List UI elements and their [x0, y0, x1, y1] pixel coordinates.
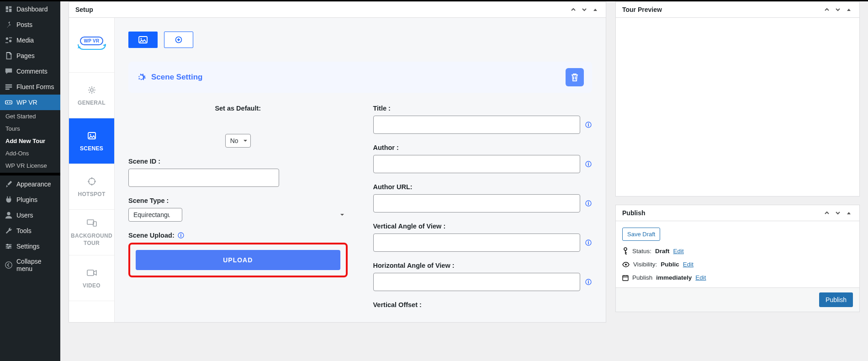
field-scene-upload: Scene Upload: UPLOAD [128, 232, 348, 277]
field-haov: Horizontal Angle of View : [373, 262, 593, 291]
vtab-general[interactable]: GENERAL [69, 73, 114, 118]
svg-point-32 [624, 248, 627, 250]
delete-scene-button[interactable] [566, 68, 584, 86]
collapse-panel-icon[interactable] [845, 209, 853, 217]
sidebar-sub-license[interactable]: WP VR License [0, 159, 60, 172]
sidebar-item-label: Pages [16, 52, 35, 59]
sidebar-item-label: Plugins [16, 196, 37, 203]
vtab-bgtour[interactable]: BACKGROUND TOUR [69, 210, 114, 255]
gear-icon [137, 73, 146, 82]
sidebar-item-appearance[interactable]: Appearance [0, 176, 60, 192]
sidebar-item-plugins[interactable]: Plugins [0, 192, 60, 207]
svg-point-13 [9, 245, 11, 247]
field-author-url: Author URL: [373, 183, 593, 212]
sidebar-sub-addnewtour[interactable]: Add New Tour [0, 135, 60, 147]
scene-tab-current[interactable] [128, 32, 158, 48]
gear-icon [87, 85, 97, 95]
sidebar-item-comments[interactable]: Comments [0, 64, 60, 79]
info-icon[interactable] [585, 278, 592, 286]
sidebar-item-tools[interactable]: Tools [0, 223, 60, 239]
panel-header-preview: Tour Preview [616, 2, 859, 18]
info-icon[interactable] [177, 232, 185, 239]
save-draft-button[interactable]: Save Draft [622, 228, 660, 241]
info-icon[interactable] [585, 239, 592, 246]
sidebar-item-fluentforms[interactable]: Fluent Forms [0, 79, 60, 95]
calendar-icon [622, 275, 629, 281]
input-haov[interactable] [373, 273, 581, 291]
label-author: Author : [373, 144, 593, 151]
video-icon [87, 268, 97, 278]
input-author[interactable] [373, 155, 581, 173]
sidebar-item-wpvr[interactable]: WP VR [0, 95, 60, 110]
image-icon [138, 36, 148, 43]
schedule-value: immediately [656, 274, 692, 281]
visibility-edit-link[interactable]: Edit [683, 261, 693, 268]
status-edit-link[interactable]: Edit [673, 248, 684, 255]
sidebar-sub-getstarted[interactable]: Get Started [0, 110, 60, 122]
vtab-label: SCENES [80, 145, 103, 152]
admin-sidebar: Dashboard Posts Media Pages Comments Flu… [0, 1, 60, 361]
crosshair-icon [87, 176, 97, 186]
label-title: Title : [373, 105, 593, 112]
info-icon[interactable] [585, 200, 592, 207]
vtab-video[interactable]: VIDEO [69, 255, 114, 301]
scene-setting-title: Scene Setting [151, 73, 202, 82]
svg-point-33 [625, 264, 627, 265]
label-set-default: Set as Default: [215, 105, 261, 112]
pages-icon [5, 52, 13, 60]
chevron-up-icon[interactable] [823, 209, 831, 217]
vr-icon [5, 98, 13, 106]
visibility-value: Public [661, 261, 679, 268]
svg-rect-2 [5, 85, 12, 86]
logo-text: WP VR [80, 37, 103, 45]
sidebar-sub-addons[interactable]: Add-Ons [0, 147, 60, 159]
svg-rect-4 [5, 89, 10, 90]
collapse-panel-icon[interactable] [591, 5, 599, 14]
input-vaov[interactable] [373, 234, 581, 252]
sidebar-item-users[interactable]: Users [0, 207, 60, 223]
chevron-up-icon[interactable] [569, 5, 577, 14]
svg-point-1 [9, 40, 11, 42]
sidebar-item-settings[interactable]: Settings [0, 239, 60, 254]
vtab-scenes[interactable]: SCENES [69, 118, 114, 164]
image-icon [87, 131, 97, 141]
plus-icon [175, 36, 182, 43]
input-author-url[interactable] [373, 194, 581, 212]
label-voffset: Vertical Offset : [373, 301, 593, 308]
sidebar-item-label: Comments [16, 68, 48, 75]
svg-point-19 [89, 178, 95, 185]
sidebar-sub-tours[interactable]: Tours [0, 122, 60, 135]
add-scene-button[interactable] [164, 32, 193, 48]
select-scene-type[interactable]: Equirectangular [128, 208, 182, 222]
trash-icon [571, 73, 579, 82]
info-icon[interactable] [585, 160, 592, 168]
vtab-label: VIDEO [83, 282, 101, 289]
field-scene-id: Scene ID : [128, 158, 348, 187]
publish-button[interactable]: Publish [819, 292, 853, 307]
wpvr-logo: WP VR [69, 18, 114, 73]
sidebar-item-pages[interactable]: Pages [0, 48, 60, 64]
chevron-down-icon[interactable] [834, 209, 842, 217]
input-scene-id[interactable] [128, 169, 279, 187]
info-icon[interactable] [585, 121, 592, 128]
vtab-hotspot[interactable]: HOTSPOT [69, 164, 114, 210]
vtab-label: BACKGROUND TOUR [69, 233, 114, 247]
publish-schedule-row: Publish immediately Edit [622, 274, 853, 281]
sidebar-item-media[interactable]: Media [0, 32, 60, 48]
collapse-panel-icon[interactable] [845, 5, 853, 14]
brush-icon [5, 180, 13, 188]
sidebar-item-label: Users [16, 212, 33, 219]
sidebar-item-collapse[interactable]: Collapse menu [0, 254, 60, 276]
upload-button[interactable]: UPLOAD [136, 250, 340, 270]
chevron-down-icon[interactable] [834, 5, 842, 14]
select-set-default[interactable]: No [225, 134, 251, 148]
upload-highlight-box: UPLOAD [128, 243, 348, 277]
chevron-down-icon[interactable] [580, 5, 588, 14]
schedule-edit-link[interactable]: Edit [695, 274, 706, 281]
setup-vertical-tabs: WP VR GENERAL SCENES [69, 18, 115, 322]
sidebar-item-dashboard[interactable]: Dashboard [0, 1, 60, 17]
input-title[interactable] [373, 116, 581, 134]
sidebar-item-posts[interactable]: Posts [0, 17, 60, 32]
tour-preview-body [616, 18, 859, 196]
chevron-up-icon[interactable] [823, 5, 831, 14]
